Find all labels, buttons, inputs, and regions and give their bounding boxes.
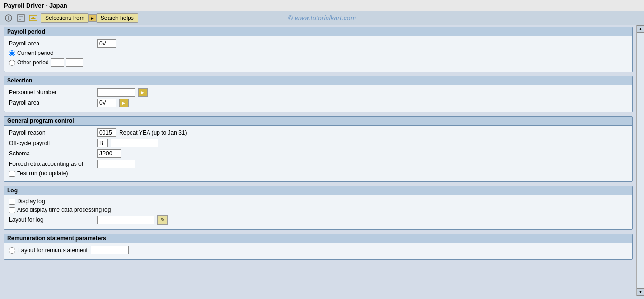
selection-header: Selection [4, 76, 632, 85]
test-run-row: Test run (no update) [9, 170, 627, 177]
test-run-label: Test run (no update) [17, 170, 68, 177]
layout-remun-label: Layout for remun.statement [18, 247, 88, 254]
personnel-number-label: Personnel Number [9, 89, 94, 96]
layout-for-log-row: Layout for log ✎ [9, 215, 627, 225]
period-input-1[interactable] [51, 58, 64, 67]
payroll-reason-text: Repeat YEA (up to Jan 31) [119, 129, 187, 136]
toolbar: © www.tutorialkart.com Selections from ►… [0, 11, 644, 25]
layout-remun-input[interactable] [91, 246, 129, 254]
also-display-label: Also display time data processing log [17, 207, 111, 213]
layout-edit-button[interactable]: ✎ [157, 215, 168, 225]
payroll-reason-label: Payroll reason [9, 129, 94, 136]
scroll-up-button[interactable]: ▲ [637, 25, 644, 33]
payroll-area-row: Payroll area [9, 39, 627, 48]
off-cycle-input-1[interactable] [97, 139, 108, 147]
selection-payroll-area-label: Payroll area [9, 100, 94, 106]
off-cycle-input-2[interactable] [111, 139, 158, 147]
test-run-checkbox[interactable] [9, 171, 15, 177]
also-display-checkbox[interactable] [9, 207, 15, 213]
display-log-row: Display log [9, 198, 627, 205]
payroll-period-header: Payroll period [4, 27, 632, 36]
forced-retro-label: Forced retro.accounting as of [9, 161, 94, 167]
period-input-2[interactable] [66, 58, 83, 67]
other-period-row: Other period [9, 58, 627, 67]
personnel-number-row: Personnel Number ► [9, 88, 627, 97]
payroll-reason-row: Payroll reason Repeat YEA (up to Jan 31) [9, 128, 627, 137]
forced-retro-input[interactable] [97, 160, 135, 168]
log-section: Log Display log Also display time data p… [4, 186, 633, 230]
pencil-icon: ✎ [160, 217, 165, 223]
toolbar-icon-2[interactable] [16, 13, 26, 23]
selection-payroll-area-row: Payroll area ► [9, 99, 627, 107]
off-cycle-row: Off-cycle payroll [9, 139, 627, 147]
personnel-number-input[interactable] [97, 88, 135, 97]
current-period-radio[interactable] [9, 50, 15, 56]
search-helps-button[interactable]: Search helps [96, 13, 138, 23]
schema-label: Schema [9, 150, 94, 157]
other-period-label: Other period [17, 59, 49, 66]
selection-payroll-area-input[interactable] [97, 99, 116, 107]
layout-remun-row: Layout for remun.statement [9, 246, 627, 254]
forced-retro-row: Forced retro.accounting as of [9, 160, 627, 168]
payroll-area-input[interactable] [97, 39, 116, 48]
schema-input[interactable] [97, 149, 121, 158]
selections-arrow-icon: ► [89, 14, 96, 22]
current-period-row: Current period [9, 50, 627, 56]
selections-from-button[interactable]: Selections from [41, 13, 89, 23]
remuneration-header: Remuneration statement parameters [4, 234, 632, 243]
scroll-track[interactable] [637, 33, 644, 288]
remuneration-section: Remuneration statement parameters Layout… [4, 234, 633, 260]
payroll-reason-code-input[interactable] [97, 128, 116, 137]
payroll-area-label: Payroll area [9, 40, 94, 47]
log-header: Log [4, 186, 632, 195]
current-period-label: Current period [17, 50, 54, 56]
toolbar-icon-3[interactable] [28, 13, 38, 23]
payroll-area-nav-btn[interactable]: ► [119, 99, 129, 107]
personnel-number-nav-btn[interactable]: ► [138, 88, 148, 97]
selection-section: Selection Personnel Number ► Payroll are… [4, 76, 633, 112]
scroll-down-button[interactable]: ▼ [637, 288, 644, 296]
schema-row: Schema [9, 149, 627, 158]
toolbar-watermark: © www.tutorialkart.com [288, 14, 356, 22]
off-cycle-label: Off-cycle payroll [9, 140, 94, 146]
app-title: Payroll Driver - Japan [4, 2, 67, 9]
title-bar: Payroll Driver - Japan [0, 0, 644, 11]
other-period-radio[interactable] [9, 60, 15, 66]
layout-for-log-input[interactable] [97, 216, 154, 224]
layout-remun-radio[interactable] [9, 247, 15, 254]
general-program-control-header: General program control [4, 117, 632, 126]
general-program-control-section: General program control Payroll reason R… [4, 116, 633, 182]
toolbar-icon-1[interactable] [4, 13, 13, 23]
display-log-checkbox[interactable] [9, 199, 15, 205]
payroll-period-section: Payroll period Payroll area Current peri… [4, 27, 633, 72]
svg-marker-8 [31, 17, 36, 19]
scrollbar[interactable]: ▲ ▼ [636, 25, 644, 296]
layout-for-log-label: Layout for log [9, 217, 94, 223]
also-display-row: Also display time data processing log [9, 207, 627, 213]
display-log-label: Display log [17, 198, 45, 205]
